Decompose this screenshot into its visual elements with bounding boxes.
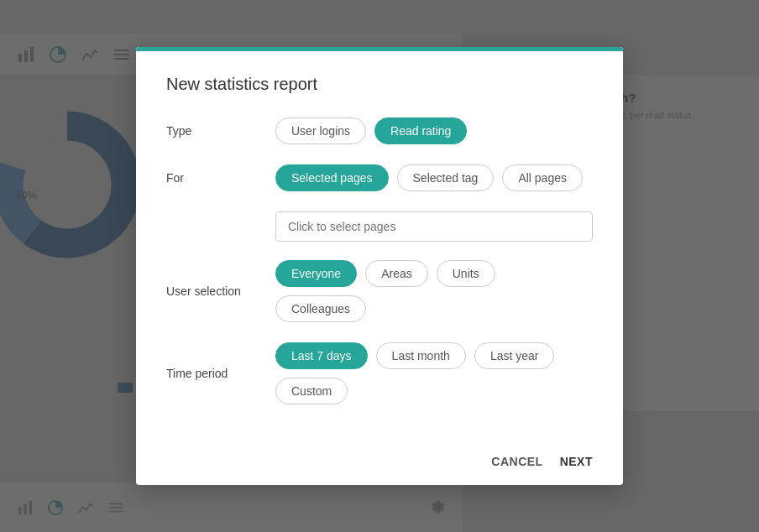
pages-select-input[interactable] bbox=[275, 211, 593, 242]
time-period-label: Time period bbox=[166, 367, 275, 380]
type-options-group: User logins Read rating bbox=[275, 117, 467, 144]
cancel-button[interactable]: CANCEL bbox=[491, 455, 542, 468]
type-row: Type User logins Read rating bbox=[166, 117, 593, 144]
modal-footer: CANCEL NEXT bbox=[136, 441, 623, 485]
for-label: For bbox=[166, 171, 275, 185]
user-selection-options-group: Everyone Areas Units Colleagues bbox=[275, 260, 593, 322]
time-last-month-btn[interactable]: Last month bbox=[376, 342, 466, 369]
type-label: Type bbox=[166, 124, 275, 138]
user-selection-label: User selection bbox=[166, 284, 275, 298]
time-last-7-days-btn[interactable]: Last 7 days bbox=[275, 342, 368, 369]
modal-title: New statistics report bbox=[166, 75, 593, 94]
modal-backdrop: New statistics report Type User logins R… bbox=[0, 0, 759, 532]
modal-body: New statistics report Type User logins R… bbox=[136, 51, 623, 441]
type-user-logins-btn[interactable]: User logins bbox=[275, 117, 366, 144]
for-options-group: Selected pages Selected tag All pages bbox=[275, 164, 583, 191]
for-row: For Selected pages Selected tag All page… bbox=[166, 164, 593, 191]
next-button[interactable]: NEXT bbox=[560, 455, 593, 468]
time-period-options-group: Last 7 days Last month Last year Custom bbox=[275, 342, 593, 404]
time-period-row: Time period Last 7 days Last month Last … bbox=[166, 342, 593, 404]
user-units-btn[interactable]: Units bbox=[437, 260, 495, 287]
new-statistics-report-modal: New statistics report Type User logins R… bbox=[136, 47, 623, 485]
user-colleagues-btn[interactable]: Colleagues bbox=[275, 295, 366, 322]
for-selected-tag-btn[interactable]: Selected tag bbox=[397, 164, 495, 191]
user-selection-row: User selection Everyone Areas Units Coll… bbox=[166, 260, 593, 322]
type-read-rating-btn[interactable]: Read rating bbox=[374, 117, 467, 144]
for-all-pages-btn[interactable]: All pages bbox=[502, 164, 583, 191]
pages-input-row bbox=[166, 211, 593, 242]
user-areas-btn[interactable]: Areas bbox=[365, 260, 428, 287]
time-last-year-btn[interactable]: Last year bbox=[474, 342, 555, 369]
time-custom-btn[interactable]: Custom bbox=[275, 378, 348, 404]
for-selected-pages-btn[interactable]: Selected pages bbox=[275, 164, 389, 191]
user-everyone-btn[interactable]: Everyone bbox=[275, 260, 357, 287]
